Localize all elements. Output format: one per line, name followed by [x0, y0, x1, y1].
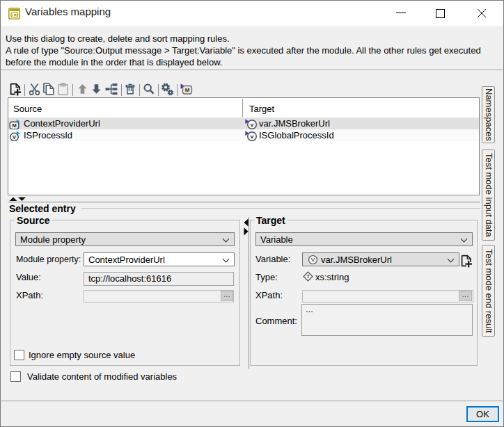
svg-text:M: M — [12, 122, 16, 129]
svg-text:V: V — [311, 257, 315, 263]
svg-text:M: M — [185, 87, 190, 93]
svg-text:v: v — [251, 134, 254, 140]
svg-text:v: v — [251, 122, 254, 128]
svg-text:V: V — [13, 134, 16, 140]
svg-text:T: T — [306, 273, 310, 280]
